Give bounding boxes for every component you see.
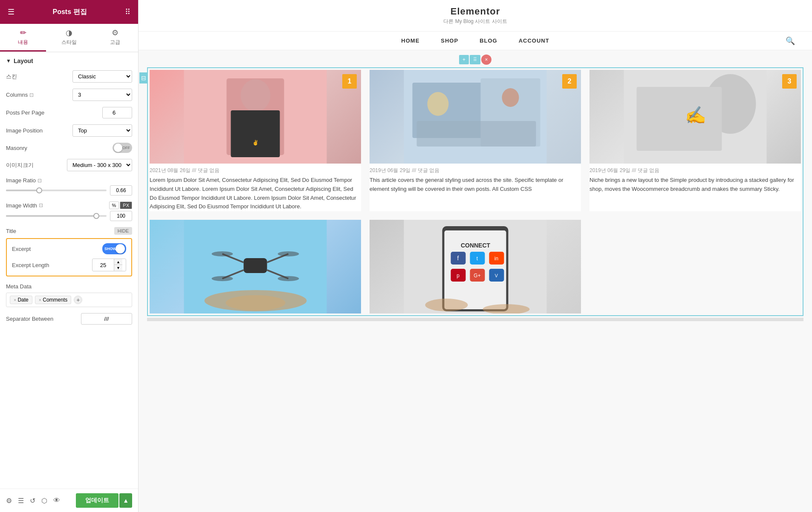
panel-tabs: ✏ 내용 ◑ 스타일 ⚙ 고급 [0, 24, 138, 52]
update-arrow-button[interactable]: ▲ [119, 493, 132, 508]
image-position-label: Image Position [6, 127, 43, 134]
stepper-down-btn[interactable]: ▼ [114, 265, 122, 271]
left-panel: ☰ Posts 편집 ⠿ ✏ 내용 ◑ 스타일 ⚙ 고급 ▼ Layout 스킨… [0, 0, 139, 512]
meta-tag-comments-label: Comments [43, 297, 67, 303]
preview-icon[interactable]: 👁 [53, 497, 60, 504]
nav-shop[interactable]: SHOP [441, 37, 458, 44]
panel-header: ☰ Posts 편집 ⠿ [0, 0, 138, 24]
excerpt-toggle[interactable] [102, 243, 126, 254]
posts-per-page-input[interactable]: 6 [102, 107, 132, 118]
post-badge-1: 1 [342, 74, 357, 89]
responsive-icon[interactable]: ⬡ [41, 497, 47, 505]
post-image-4 [150, 220, 361, 314]
widget-resize-handle[interactable]: ⊟ [139, 72, 148, 83]
meta-tag-date-remove[interactable]: × [14, 297, 16, 302]
image-position-field-row: Image Position Top Left Right None [6, 124, 132, 137]
image-width-thumb[interactable] [93, 213, 99, 219]
image-position-select[interactable]: Top Left Right None [72, 124, 132, 137]
layout-section-title: Layout [14, 58, 33, 64]
right-area: Elementor 다른 My Blog 사이트 사이트 HOME SHOP B… [139, 0, 812, 512]
post-meta-1: 2021년 08월 26일 /// 댓글 없음 [150, 167, 361, 174]
image-ratio-value-input[interactable] [110, 185, 132, 196]
history-icon[interactable]: ↺ [30, 497, 35, 505]
nav-bar: HOME SHOP BLOG ACCOUNT 🔍 [139, 32, 812, 50]
layout-collapse-arrow[interactable]: ▼ [6, 58, 11, 64]
image-ratio-slider[interactable] [6, 190, 107, 191]
post-image-3-svg: ✍ [589, 70, 801, 164]
svg-text:CONNECT: CONNECT [461, 242, 491, 249]
separator-field-row: Separator Between [6, 313, 132, 325]
add-widget-btn[interactable]: + [459, 55, 469, 64]
tab-advanced[interactable]: ⚙ 고급 [92, 24, 138, 52]
skin-label: 스킨 [6, 73, 17, 81]
meta-tag-date: × Date [10, 296, 32, 304]
post-card-5: CONNECT f t in p G+ [370, 220, 581, 314]
post-meta-3: 2019년 06월 29일 /// 댓글 없음 [589, 167, 801, 174]
meta-data-section: Meta Data × Date × Comments + [6, 282, 132, 307]
svg-rect-13 [637, 87, 722, 151]
image-ratio-slider-row [6, 185, 132, 196]
stepper-up-btn[interactable]: ▲ [114, 259, 122, 265]
posts-wrapper: ⊟ ✌ 1 2021년 08월 [147, 67, 803, 316]
svg-point-26 [226, 295, 286, 311]
meta-tag-add-btn[interactable]: + [74, 296, 82, 304]
nav-home[interactable]: HOME [401, 37, 419, 44]
posts-per-page-field-row: Posts Per Page 6 [6, 107, 132, 118]
panel-header-title: Posts 편집 [52, 8, 87, 17]
tab-style[interactable]: ◑ 스타일 [46, 24, 92, 52]
drag-widget-btn[interactable]: ⠿ [470, 55, 480, 64]
image-width-slider[interactable] [6, 215, 107, 217]
post-image-4-svg [150, 220, 361, 314]
image-size-select[interactable]: Medium - 300 x 300 Thumbnail Large Full [67, 159, 132, 171]
settings-icon[interactable]: ⚙ [6, 497, 12, 505]
columns-select[interactable]: 3 1 2 4 [72, 89, 132, 101]
image-ratio-label-row: Image Ratio ⊡ [6, 177, 132, 184]
title-hide-btn[interactable]: HIDE [114, 227, 132, 235]
search-icon[interactable]: 🔍 [786, 36, 795, 46]
horizontal-scrollbar[interactable] [147, 318, 803, 321]
svg-point-22 [212, 251, 233, 256]
update-group: 업데이트 ▲ [76, 493, 132, 508]
update-button[interactable]: 업데이트 [76, 493, 118, 508]
masonry-toggle[interactable] [113, 143, 132, 153]
image-width-value-input[interactable] [110, 211, 132, 221]
nav-account[interactable]: ACCOUNT [519, 37, 549, 44]
posts-container: + ⠿ × ⊟ ✌ [139, 50, 812, 512]
unit-px-btn[interactable]: PX [120, 201, 132, 209]
grid-icon[interactable]: ⠿ [125, 7, 130, 17]
excerpt-length-stepper[interactable]: ▲ ▼ [92, 259, 126, 271]
nav-blog[interactable]: BLOG [480, 37, 497, 44]
meta-tag-date-label: Date [17, 297, 28, 303]
svg-text:in: in [494, 256, 498, 262]
posts-per-page-label: Posts Per Page [6, 109, 44, 116]
close-widget-btn[interactable]: × [481, 55, 491, 65]
image-ratio-thumb[interactable] [36, 187, 42, 193]
skin-select[interactable]: Classic Cards Full Content [72, 70, 132, 83]
svg-point-43 [425, 299, 468, 311]
image-size-field-row: 이미지크기 Medium - 300 x 300 Thumbnail Large… [6, 159, 132, 171]
svg-point-2 [241, 79, 271, 112]
panel-footer: ⚙ ☰ ↺ ⬡ 👁 업데이트 ▲ [0, 489, 138, 512]
unit-percent-btn[interactable]: % [109, 201, 119, 209]
hamburger-icon[interactable]: ☰ [8, 7, 14, 17]
skin-field-row: 스킨 Classic Cards Full Content [6, 70, 132, 83]
excerpt-length-input[interactable] [92, 260, 114, 270]
excerpt-label: Excerpt [12, 246, 31, 252]
post-card-3: ✍ 3 2019년 06월 29일 /// 댓글 없음 Niche brings… [589, 70, 801, 211]
masonry-toggle-knob [114, 144, 122, 152]
image-width-label-row: Image Width ⊡ % PX [6, 201, 132, 209]
tab-content[interactable]: ✏ 내용 [0, 24, 46, 52]
svg-rect-17 [244, 258, 267, 273]
footer-icons: ⚙ ☰ ↺ ⬡ 👁 [6, 497, 60, 505]
style-tab-icon: ◑ [66, 28, 72, 37]
layers-icon[interactable]: ☰ [18, 497, 24, 505]
separator-input[interactable] [81, 313, 132, 325]
image-ratio-container: Image Ratio ⊡ [6, 177, 132, 196]
svg-point-23 [278, 251, 299, 256]
meta-tag-comments-remove[interactable]: × [39, 297, 41, 302]
svg-point-7 [428, 92, 449, 116]
image-ratio-label: Image Ratio [6, 177, 36, 184]
excerpt-toggle-knob [116, 244, 125, 253]
svg-text:✌: ✌ [252, 139, 259, 146]
site-header: Elementor 다른 My Blog 사이트 사이트 [139, 0, 812, 32]
